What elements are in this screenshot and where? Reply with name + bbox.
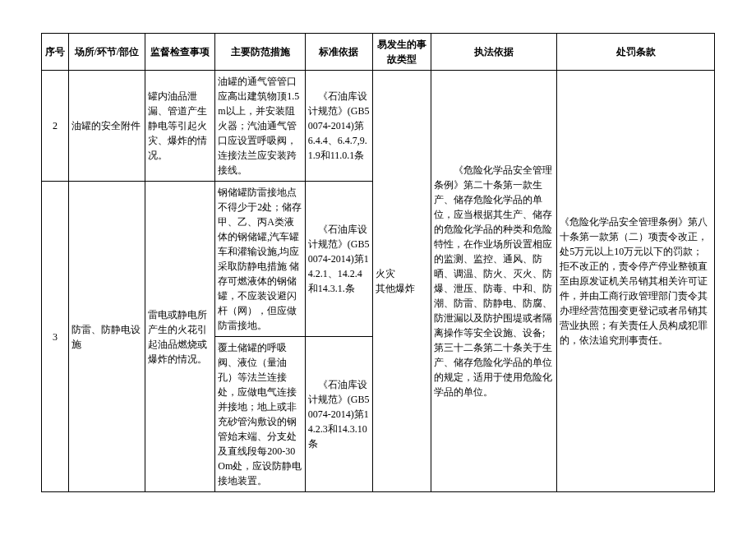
cell-enforce: 《危险化学品安全管理条例》第二十条第一款生产、储存危险化学品的单位，应当根据其生… [431, 71, 557, 492]
cell-penalty: 《危险化学品安全管理条例》第八十条第一款第（二）项责令改正，处5万元以上10万元… [557, 71, 715, 492]
cell-seq: 3 [42, 182, 69, 492]
cell-seq: 2 [42, 71, 69, 182]
header-inspect: 监督检查事项 [145, 34, 214, 71]
cell-inspect: 罐内油品泄漏、管道产生静电等引起火灾、爆炸的情况。 [145, 71, 214, 182]
cell-measure: 覆土储罐的呼吸阀、液位（量油孔）等法兰连接处，应做电气连接并接地；地上或非充砂管… [215, 337, 305, 492]
cell-place: 油罐的安全附件 [68, 71, 145, 182]
header-accident: 易发生的事故类型 [372, 34, 431, 71]
cell-inspect: 雷电或静电所产生的火花引起油品燃烧或爆炸的情况。 [145, 182, 214, 492]
cell-measure: 钢储罐防雷接地点不得少于2处；储存甲、乙、丙A类液体的钢储罐,汽车罐车和灌输设施… [215, 182, 305, 337]
header-penalty: 处罚条款 [557, 34, 715, 71]
header-enforce: 执法依据 [431, 34, 557, 71]
cell-accident: 火灾 其他爆炸 [372, 71, 431, 492]
table-row: 2 油罐的安全附件 罐内油品泄漏、管道产生静电等引起火灾、爆炸的情况。 油罐的通… [42, 71, 715, 182]
table-header-row: 序号 场所/环节/部位 监督检查事项 主要防范措施 标准依据 易发生的事故类型 … [42, 34, 715, 71]
header-standard: 标准依据 [305, 34, 372, 71]
header-seq: 序号 [42, 34, 69, 71]
cell-standard: 《石油库设计规范》(GB50074-2014)第14.2.1、14.2.4和14… [305, 182, 372, 337]
cell-standard: 《石油库设计规范》(GB50074-2014)第6.4.4、6.4.7,9.1.… [305, 71, 372, 182]
header-measure: 主要防范措施 [215, 34, 305, 71]
cell-standard: 《石油库设计规范》(GB50074-2014)第14.2.3和14.3.10条 [305, 337, 372, 492]
cell-place: 防雷、防静电设施 [68, 182, 145, 492]
regulation-table: 序号 场所/环节/部位 监督检查事项 主要防范措施 标准依据 易发生的事故类型 … [41, 33, 715, 492]
header-place: 场所/环节/部位 [68, 34, 145, 71]
cell-measure: 油罐的通气管管口应高出建筑物顶1.5m以上，并安装阻火器；汽油通气管口应设置呼吸… [215, 71, 305, 182]
